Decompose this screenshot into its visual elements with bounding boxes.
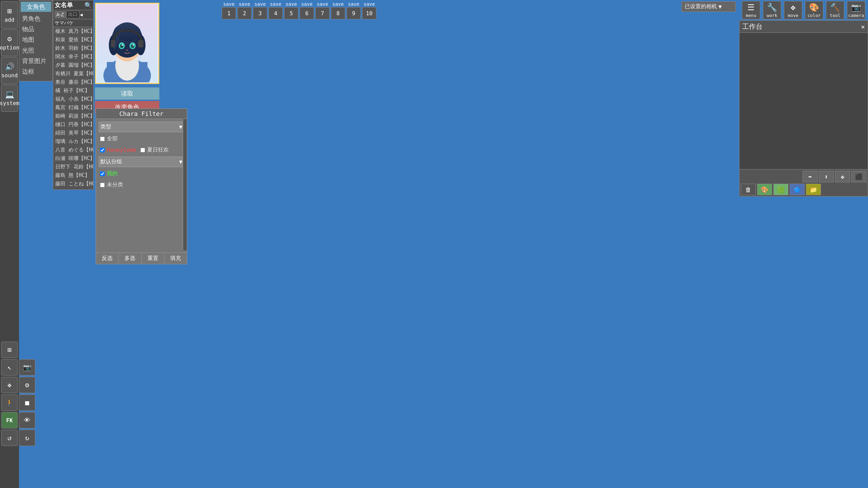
- move2-btn[interactable]: ✥: [1, 377, 18, 393]
- sidebar-sound-btn[interactable]: 🔊 sound: [1, 57, 18, 84]
- filter-uncat-checkbox-row: 未分类: [99, 180, 184, 189]
- name-list-item[interactable]: 八音 めぐる【HC】: [53, 146, 93, 154]
- save-btn-4[interactable]: 4: [269, 7, 283, 19]
- undo-btn[interactable]: ↺: [1, 430, 18, 446]
- name-list-item[interactable]: 白瀬 咲哪【HC】: [53, 154, 93, 163]
- save-slot-5: save 5: [284, 1, 298, 19]
- wb-blue-btn[interactable]: 🔷: [790, 184, 805, 195]
- camera-toolbar-btn[interactable]: 📷 camera: [847, 1, 865, 19]
- panel-item-map[interactable]: 地图: [21, 34, 51, 45]
- save-btn-9[interactable]: 9: [347, 7, 361, 19]
- filter-invert-button[interactable]: 反选: [96, 253, 119, 264]
- gear-btn[interactable]: ⚙: [19, 377, 35, 393]
- tool-toolbar-btn[interactable]: 🔨 tool: [826, 1, 844, 19]
- sort-az-button[interactable]: A-Z: [55, 11, 66, 18]
- name-list-item[interactable]: 藤田 ことね【HC】: [53, 180, 93, 188]
- name-list-item[interactable]: 緋田 美琴【HC】: [53, 129, 93, 137]
- filter-mygroup-checkbox[interactable]: [100, 171, 105, 176]
- person-btn[interactable]: 🚶: [1, 394, 18, 411]
- name-list-item[interactable]: 鳳宮 灯織【HC】: [53, 103, 93, 112]
- name-list-item[interactable]: 奥谷 廉谷【HC】: [53, 78, 93, 86]
- name-list-item[interactable]: 和泉 愛依【HC】: [53, 36, 93, 44]
- filter-uncat-checkbox[interactable]: [100, 183, 105, 187]
- save-btn-10[interactable]: 10: [362, 7, 376, 19]
- sidebar-add-btn[interactable]: ⊞ add: [1, 1, 18, 28]
- wb-transform3-btn[interactable]: ✥: [835, 171, 850, 182]
- box-add-btn[interactable]: ⊞: [1, 342, 18, 358]
- panel-item-light[interactable]: 光照: [21, 45, 51, 56]
- left-panel-title[interactable]: 女角色: [21, 2, 51, 12]
- work-toolbar-btn[interactable]: 🔧 work: [763, 1, 781, 19]
- fk-btn[interactable]: FK: [1, 412, 18, 428]
- svg-rect-17: [138, 40, 143, 47]
- name-list-item[interactable]: 姫崎 莉波【HC】: [53, 112, 93, 120]
- workbench-close-button[interactable]: ×: [861, 23, 865, 31]
- filter-all-checkbox[interactable]: [100, 137, 105, 141]
- wb-delete-btn[interactable]: 🗑: [741, 184, 756, 195]
- wb-transform1-btn[interactable]: ⬌: [803, 171, 817, 182]
- name-list-item[interactable]: 橘 裕子【HC】: [53, 86, 93, 95]
- eye-btn[interactable]: 👁: [19, 412, 35, 428]
- wb-transform4-btn[interactable]: ⬛: [851, 171, 866, 182]
- name-list-item[interactable]: 杜野 凛世【HC】: [53, 188, 93, 189]
- panel-item-bg[interactable]: 背景图片: [21, 56, 51, 66]
- camera-small-btn[interactable]: 📷: [19, 359, 35, 375]
- panel-item-male[interactable]: 男角色: [21, 13, 51, 24]
- name-list-item[interactable]: 榎木 真乃【HC】: [53, 27, 93, 36]
- filter-multi-button[interactable]: 多选: [119, 253, 141, 264]
- name-list-item[interactable]: 藤島 慈【HC】: [53, 171, 93, 180]
- panel-item-item[interactable]: 物品: [21, 24, 51, 34]
- wb-green-btn[interactable]: 🟩: [773, 184, 788, 195]
- chara-filter-scrollbar[interactable]: [183, 119, 187, 250]
- save-btn-5[interactable]: 5: [284, 7, 298, 19]
- save-btn-3[interactable]: 3: [253, 7, 267, 19]
- filter-arrow-icon[interactable]: ◀: [80, 12, 83, 17]
- filter-summer-checkbox[interactable]: [140, 148, 145, 152]
- filter-reset-button[interactable]: 重置: [142, 253, 164, 264]
- sound-icon: 🔊: [5, 62, 14, 71]
- sidebar-option-btn[interactable]: ⚙ option: [1, 29, 18, 56]
- menu-toolbar-btn[interactable]: ☰ menu: [742, 1, 760, 19]
- wb-color1-btn[interactable]: 🎨: [757, 184, 772, 195]
- move-toolbar-btn[interactable]: ✥ move: [784, 1, 802, 19]
- wb-folder-btn[interactable]: 📁: [806, 184, 821, 195]
- name-list-item[interactable]: 夕暮 園瑠【HC】: [53, 61, 93, 69]
- save-btn-2[interactable]: 2: [237, 7, 252, 19]
- workbench-icon-row2: 🗑 🎨 🟩 🔷 📁: [741, 184, 866, 195]
- name-list-item[interactable]: 福丸 小糸【HC】: [53, 95, 93, 103]
- redo-btn[interactable]: ↻: [19, 430, 35, 446]
- name-list-item[interactable]: 瑠璃 ルカ【HC】: [53, 137, 93, 146]
- menu-label: menu: [746, 13, 756, 18]
- color-toolbar-btn[interactable]: 🎨 color: [805, 1, 823, 19]
- arrow-btn[interactable]: ↖: [1, 359, 18, 375]
- camera-dropdown-arrow: ▼: [718, 3, 722, 10]
- chara-filter-footer: 反选 多选 重置 填充: [96, 252, 187, 264]
- filter-group-dropdown[interactable]: 默认分组 ▼: [99, 157, 184, 167]
- save-btn-1[interactable]: 1: [222, 7, 236, 19]
- name-list-item[interactable]: 有栖川 夏葉【HC】: [53, 69, 93, 78]
- name-list-item[interactable]: 関水 幸子【HC】: [53, 53, 93, 61]
- name-list-item[interactable]: 鈴木 羽鈴【HC】: [53, 44, 93, 53]
- bl-row-3: ✥ ⚙: [1, 377, 36, 393]
- name-list-item[interactable]: 日野下 花鈴【HC】: [53, 163, 93, 171]
- filter-uncat-row: 未分类: [99, 180, 184, 189]
- save-slot-8: save 8: [331, 1, 345, 19]
- sidebar-system-btn[interactable]: 💻 system: [1, 85, 18, 112]
- filter-type-dropdown[interactable]: 类型 ▼: [99, 122, 184, 132]
- camera-dropdown[interactable]: 已设置的相机 ▼: [682, 1, 736, 12]
- square-btn[interactable]: ■: [19, 394, 35, 411]
- tool-icon: 🔨: [830, 3, 840, 12]
- tool-label: tool: [830, 13, 840, 18]
- name-list-item[interactable]: 樋口 円香【HC】: [53, 120, 93, 129]
- option-label: option: [0, 44, 19, 51]
- filter-honeycomb-checkbox[interactable]: [100, 148, 105, 152]
- search-icon[interactable]: 🔍: [84, 2, 92, 9]
- save-btn-7[interactable]: 7: [315, 7, 330, 19]
- workbench-title: 工作台 ×: [739, 21, 868, 33]
- panel-item-border[interactable]: 边框: [21, 66, 51, 77]
- save-btn-8[interactable]: 8: [331, 7, 345, 19]
- wb-transform2-btn[interactable]: ⬍: [819, 171, 834, 182]
- char-read-button[interactable]: 读取: [95, 87, 159, 100]
- filter-fill-button[interactable]: 填充: [164, 253, 187, 264]
- save-btn-6[interactable]: 6: [300, 7, 314, 19]
